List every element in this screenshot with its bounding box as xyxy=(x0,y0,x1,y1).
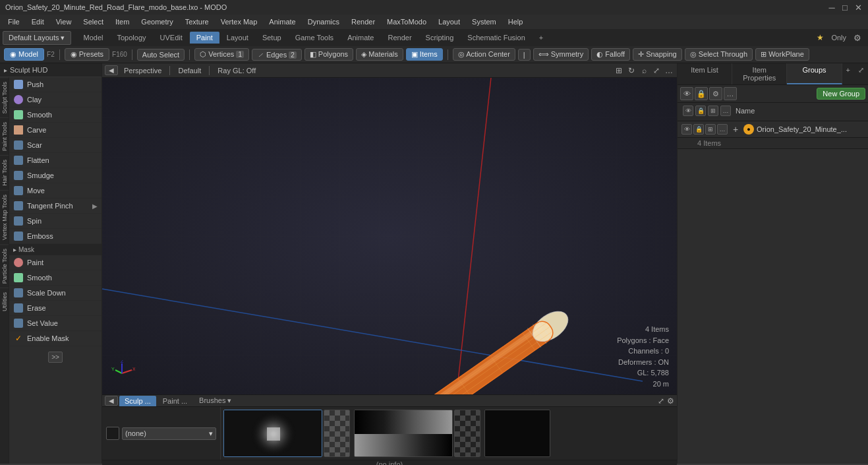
tool-push[interactable]: Push xyxy=(9,77,101,92)
expand-more-button[interactable]: >> xyxy=(48,352,63,363)
item-render-button[interactable]: ⊞ xyxy=(705,124,716,135)
item-lock-button[interactable]: 🔒 xyxy=(693,124,704,135)
viewport-nav-back[interactable]: ◀ xyxy=(105,65,118,75)
tab-scripting[interactable]: Scripting xyxy=(419,32,461,44)
item-eye-button[interactable]: 👁 xyxy=(681,124,692,135)
new-group-button[interactable]: New Group xyxy=(817,88,865,100)
brush-preview-2[interactable] xyxy=(324,410,350,457)
menu-geometry[interactable]: Geometry xyxy=(136,16,178,27)
model-mode-button[interactable]: ◉ Model xyxy=(4,48,44,61)
menu-system[interactable]: System xyxy=(467,16,502,27)
materials-button[interactable]: ◈ Materials xyxy=(356,48,403,61)
edges-button[interactable]: ⟋ Edges 2 xyxy=(252,49,302,61)
color-swatch[interactable] xyxy=(106,427,119,440)
tool-smudge[interactable]: Smudge xyxy=(9,168,101,183)
tab-game-tools[interactable]: Game Tools xyxy=(289,32,341,44)
brush-preview-3[interactable] xyxy=(354,410,453,457)
menu-view[interactable]: View xyxy=(51,16,77,27)
none-dropdown[interactable]: (none) ▾ xyxy=(122,427,216,440)
tool-carve[interactable]: Carve xyxy=(9,123,101,138)
viewport-icon-zoom[interactable]: ⌕ xyxy=(639,65,649,76)
default-layout-dropdown[interactable]: Default Layouts ▾ xyxy=(3,31,71,45)
tool-mask-smooth[interactable]: Smooth xyxy=(9,270,101,286)
action-center-button[interactable]: ◎ Action Center xyxy=(453,48,515,61)
tab-brushes[interactable]: Brushes ▾ xyxy=(194,395,237,406)
falloff-button[interactable]: ◐ Falloff xyxy=(591,48,630,61)
workplane-button[interactable]: ⊞ WorkPlane xyxy=(755,48,809,61)
tool-move[interactable]: Move xyxy=(9,183,101,199)
select-through-button[interactable]: ◎ Select Through xyxy=(685,48,753,61)
brush-preview-5[interactable] xyxy=(484,410,550,457)
settings-button[interactable]: ⚙ xyxy=(850,31,865,45)
tab-paint[interactable]: Paint xyxy=(190,32,219,44)
tab-sculpt-tools[interactable]: Sculpt Tools xyxy=(0,77,9,117)
tab-groups[interactable]: Groups xyxy=(787,63,842,84)
bottom-expand-icon[interactable]: ⤢ xyxy=(658,396,664,406)
menu-select[interactable]: Select xyxy=(78,16,109,27)
tab-item-properties[interactable]: Item Properties xyxy=(732,63,787,84)
tool-enable-mask[interactable]: ✓ Enable Mask xyxy=(9,331,101,346)
menu-dynamics[interactable]: Dynamics xyxy=(303,16,345,27)
viewport-icon-expand[interactable]: ⤢ xyxy=(651,65,662,76)
vertices-button[interactable]: ⬡ Vertices 1 xyxy=(194,48,249,61)
groups-eye-button[interactable]: 👁 xyxy=(680,87,693,100)
menu-maxtomodo[interactable]: MaxToModo xyxy=(382,16,432,27)
close-button[interactable]: ✕ xyxy=(854,3,863,12)
tab-paint[interactable]: Paint ... xyxy=(158,396,192,406)
polygons-button[interactable]: ◧ Polygons xyxy=(304,48,353,61)
tab-model[interactable]: Model xyxy=(77,32,110,44)
bottom-nav-back[interactable]: ◀ xyxy=(105,396,118,406)
tab-animate[interactable]: Animate xyxy=(341,32,380,44)
groups-settings-button[interactable]: ⚙ xyxy=(709,87,722,100)
maximize-button[interactable]: □ xyxy=(840,3,850,12)
tab-topology[interactable]: Topology xyxy=(110,32,152,44)
tool-tangent-pinch[interactable]: Tangent Pinch ▶ xyxy=(9,199,101,214)
star-button[interactable]: ★ xyxy=(813,31,828,44)
tab-paint-tools[interactable]: Paint Tools xyxy=(0,117,9,155)
tool-emboss[interactable]: Emboss xyxy=(9,229,101,244)
tool-scale-down[interactable]: Scale Down xyxy=(9,286,101,301)
tab-hair-tools[interactable]: Hair Tools xyxy=(0,155,9,190)
menu-file[interactable]: File xyxy=(3,16,25,27)
menu-render[interactable]: Render xyxy=(346,16,380,27)
tool-mask-paint[interactable]: Paint xyxy=(9,255,101,270)
tab-uvedit[interactable]: UVEdit xyxy=(154,32,189,44)
tool-scar[interactable]: Scar xyxy=(9,138,101,153)
presets-button[interactable]: ◉ Presets xyxy=(65,48,109,61)
tool-smooth[interactable]: Smooth xyxy=(9,108,101,123)
menu-layout[interactable]: Layout xyxy=(433,16,465,27)
tab-item-list[interactable]: Item List xyxy=(678,63,732,84)
items-button[interactable]: ▣ Items xyxy=(406,48,443,61)
minimize-button[interactable]: ─ xyxy=(827,3,836,12)
tool-clay[interactable]: Clay xyxy=(9,92,101,108)
auto-select-button[interactable]: Auto Select xyxy=(137,49,185,61)
menu-vertexmap[interactable]: Vertex Map xyxy=(216,16,263,27)
add-tab-button[interactable]: + xyxy=(842,63,854,84)
groups-lock-button[interactable]: 🔒 xyxy=(695,87,708,100)
menu-help[interactable]: Help xyxy=(503,16,529,27)
tool-spin[interactable]: Spin xyxy=(9,214,101,229)
menu-animate[interactable]: Animate xyxy=(264,16,301,27)
viewport-canvas[interactable]: 4 Items Polygons : Face Channels : 0 Def… xyxy=(102,78,677,394)
expand-panel-button[interactable]: ⤢ xyxy=(854,63,868,84)
tab-schematic-fusion[interactable]: Schematic Fusion xyxy=(461,32,531,44)
tool-erase[interactable]: Erase xyxy=(9,301,101,316)
viewport-icon-grid[interactable]: ⊞ xyxy=(614,65,624,76)
bottom-gear-icon[interactable]: ⚙ xyxy=(667,396,674,406)
tab-render[interactable]: Render xyxy=(381,32,418,44)
viewport-icon-more[interactable]: … xyxy=(664,65,674,76)
groups-more-button[interactable]: … xyxy=(724,87,737,100)
menu-texture[interactable]: Texture xyxy=(180,16,214,27)
brush-preview-1[interactable] xyxy=(223,410,322,457)
tab-vertex-map-tools[interactable]: Vertex Map Tools xyxy=(0,190,9,244)
tab-add[interactable]: + xyxy=(533,32,550,44)
tab-layout[interactable]: Layout xyxy=(220,32,255,44)
tab-setup[interactable]: Setup xyxy=(256,32,288,44)
brush-preview-4[interactable] xyxy=(454,410,480,457)
tab-utilities[interactable]: Utilities xyxy=(0,288,9,315)
symmetry-button[interactable]: ⟺ Symmetry xyxy=(533,48,589,61)
snapping-button[interactable]: ✛ Snapping xyxy=(633,48,682,61)
tab-sculp[interactable]: Sculp ... xyxy=(119,396,156,406)
tool-flatten[interactable]: Flatten xyxy=(9,153,101,168)
tool-set-value[interactable]: Set Value xyxy=(9,316,101,331)
